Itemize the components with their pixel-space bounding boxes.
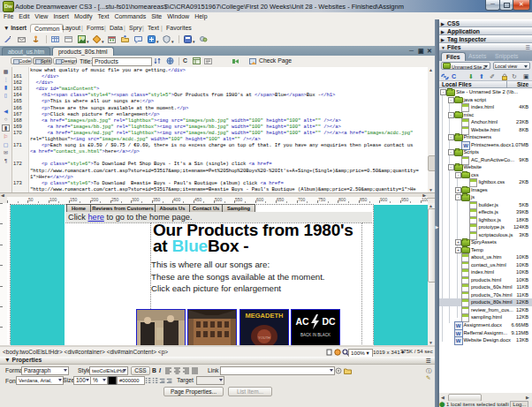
svg-text:DC: DC <box>323 316 337 327</box>
svg-text:BACK IN BLACK: BACK IN BLACK <box>300 333 331 337</box>
svg-text:MEGADETH: MEGADETH <box>245 312 283 320</box>
svg-text:AC: AC <box>296 316 310 327</box>
svg-text:YOUTH: YOUTH <box>258 335 270 340</box>
